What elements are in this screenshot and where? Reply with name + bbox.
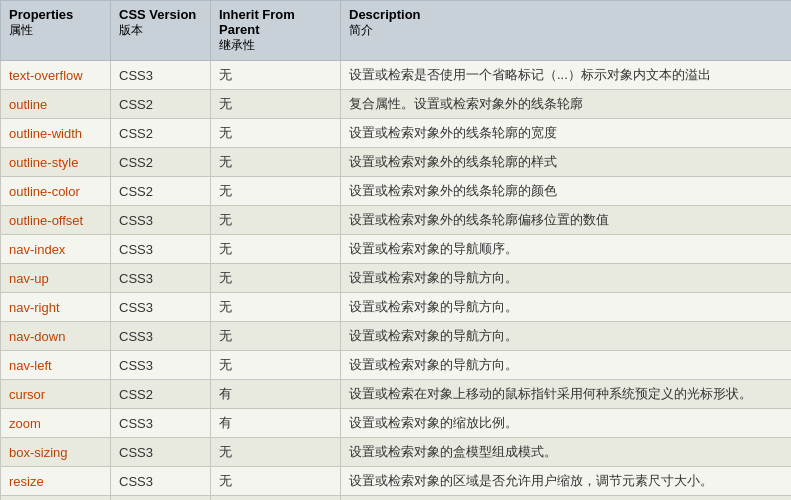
property-name[interactable]: nav-index xyxy=(1,235,111,264)
inherit-value: 无 xyxy=(211,322,341,351)
css-version: CSS2 xyxy=(111,119,211,148)
table-row: nav-rightCSS3无设置或检索对象的导航方向。 xyxy=(1,293,792,322)
css-version: CSS3 xyxy=(111,206,211,235)
table-row: box-sizingCSS3无设置或检索对象的盒模型组成模式。 xyxy=(1,438,792,467)
description: 设置或检索对象的导航方向。 xyxy=(341,293,792,322)
column-header: Inherit From Parent继承性 xyxy=(211,1,341,61)
column-header: CSS Version版本 xyxy=(111,1,211,61)
css-version: CSS3 xyxy=(111,322,211,351)
description: 设置或检索对象的区域是否允许用户缩放，调节元素尺寸大小。 xyxy=(341,467,792,496)
property-name[interactable]: zoom xyxy=(1,409,111,438)
header-label: Description xyxy=(349,7,421,22)
description: 设置或检索对象外的线条轮廓偏移位置的数值 xyxy=(341,206,792,235)
header-label: CSS Version xyxy=(119,7,196,22)
table-body: text-overflowCSS3无设置或检索是否使用一个省略标记（...）标示… xyxy=(1,61,792,501)
css-version: CSS3 xyxy=(111,293,211,322)
header-sub: 属性 xyxy=(9,22,102,39)
inherit-value: 无 xyxy=(211,438,341,467)
property-name[interactable]: outline-width xyxy=(1,119,111,148)
property-name[interactable]: cursor xyxy=(1,380,111,409)
table-row: nav-upCSS3无设置或检索对象的导航方向。 xyxy=(1,264,792,293)
property-name[interactable]: outline xyxy=(1,90,111,119)
table-row: ime-modeCSS3无设置或检索是否允许用户激活输入中文、韩文、日文等的输入… xyxy=(1,496,792,501)
property-name[interactable]: outline-color xyxy=(1,177,111,206)
table-row: outline-widthCSS2无设置或检索对象外的线条轮廓的宽度 xyxy=(1,119,792,148)
inherit-value: 无 xyxy=(211,177,341,206)
description: 设置或检索对象的导航方向。 xyxy=(341,351,792,380)
inherit-value: 无 xyxy=(211,90,341,119)
table-row: cursorCSS2有设置或检索在对象上移动的鼠标指针采用何种系统预定义的光标形… xyxy=(1,380,792,409)
inherit-value: 无 xyxy=(211,264,341,293)
css-version: CSS3 xyxy=(111,235,211,264)
column-header: Properties属性 xyxy=(1,1,111,61)
css-version: CSS2 xyxy=(111,90,211,119)
inherit-value: 有 xyxy=(211,380,341,409)
table-row: outlineCSS2无复合属性。设置或检索对象外的线条轮廓 xyxy=(1,90,792,119)
description: 设置或检索是否使用一个省略标记（...）标示对象内文本的溢出 xyxy=(341,61,792,90)
property-name[interactable]: nav-down xyxy=(1,322,111,351)
table-header: Properties属性CSS Version版本Inherit From Pa… xyxy=(1,1,792,61)
table-row: zoomCSS3有设置或检索对象的缩放比例。 xyxy=(1,409,792,438)
table-row: nav-leftCSS3无设置或检索对象的导航方向。 xyxy=(1,351,792,380)
css-version: CSS3 xyxy=(111,438,211,467)
header-sub: 继承性 xyxy=(219,37,332,54)
header-sub: 版本 xyxy=(119,22,202,39)
css-version: CSS3 xyxy=(111,496,211,501)
table-row: nav-downCSS3无设置或检索对象的导航方向。 xyxy=(1,322,792,351)
inherit-value: 有 xyxy=(211,409,341,438)
css-version: CSS3 xyxy=(111,409,211,438)
header-label: Properties xyxy=(9,7,73,22)
description: 设置或检索是否允许用户激活输入中文、韩文、日文等的输入法（IME）状态。 xyxy=(341,496,792,501)
description: 设置或检索对象外的线条轮廓的颜色 xyxy=(341,177,792,206)
property-name[interactable]: ime-mode xyxy=(1,496,111,501)
inherit-value: 无 xyxy=(211,496,341,501)
property-name[interactable]: nav-up xyxy=(1,264,111,293)
inherit-value: 无 xyxy=(211,235,341,264)
css-version: CSS2 xyxy=(111,148,211,177)
description: 设置或检索对象的导航方向。 xyxy=(341,264,792,293)
property-name[interactable]: outline-style xyxy=(1,148,111,177)
description: 复合属性。设置或检索对象外的线条轮廓 xyxy=(341,90,792,119)
css-version: CSS2 xyxy=(111,380,211,409)
css-version: CSS3 xyxy=(111,61,211,90)
table-row: text-overflowCSS3无设置或检索是否使用一个省略标记（...）标示… xyxy=(1,61,792,90)
table-row: outline-offsetCSS3无设置或检索对象外的线条轮廓偏移位置的数值 xyxy=(1,206,792,235)
description: 设置或检索对象的盒模型组成模式。 xyxy=(341,438,792,467)
property-name[interactable]: nav-left xyxy=(1,351,111,380)
inherit-value: 无 xyxy=(211,148,341,177)
inherit-value: 无 xyxy=(211,467,341,496)
inherit-value: 无 xyxy=(211,351,341,380)
description: 设置或检索对象的导航顺序。 xyxy=(341,235,792,264)
property-name[interactable]: nav-right xyxy=(1,293,111,322)
description: 设置或检索对象的导航方向。 xyxy=(341,322,792,351)
table-row: nav-indexCSS3无设置或检索对象的导航顺序。 xyxy=(1,235,792,264)
description: 设置或检索对象的缩放比例。 xyxy=(341,409,792,438)
column-header: Description简介 xyxy=(341,1,792,61)
header-label: Inherit From Parent xyxy=(219,7,295,37)
inherit-value: 无 xyxy=(211,206,341,235)
table-row: outline-styleCSS2无设置或检索对象外的线条轮廓的样式 xyxy=(1,148,792,177)
css-version: CSS2 xyxy=(111,177,211,206)
table-row: outline-colorCSS2无设置或检索对象外的线条轮廓的颜色 xyxy=(1,177,792,206)
css-version: CSS3 xyxy=(111,467,211,496)
description: 设置或检索对象外的线条轮廓的宽度 xyxy=(341,119,792,148)
inherit-value: 无 xyxy=(211,293,341,322)
description: 设置或检索在对象上移动的鼠标指针采用何种系统预定义的光标形状。 xyxy=(341,380,792,409)
header-sub: 简介 xyxy=(349,22,783,39)
property-name[interactable]: outline-offset xyxy=(1,206,111,235)
property-name[interactable]: text-overflow xyxy=(1,61,111,90)
inherit-value: 无 xyxy=(211,61,341,90)
inherit-value: 无 xyxy=(211,119,341,148)
css-version: CSS3 xyxy=(111,351,211,380)
description: 设置或检索对象外的线条轮廓的样式 xyxy=(341,148,792,177)
property-name[interactable]: box-sizing xyxy=(1,438,111,467)
property-name[interactable]: resize xyxy=(1,467,111,496)
css-version: CSS3 xyxy=(111,264,211,293)
table-row: resizeCSS3无设置或检索对象的区域是否允许用户缩放，调节元素尺寸大小。 xyxy=(1,467,792,496)
